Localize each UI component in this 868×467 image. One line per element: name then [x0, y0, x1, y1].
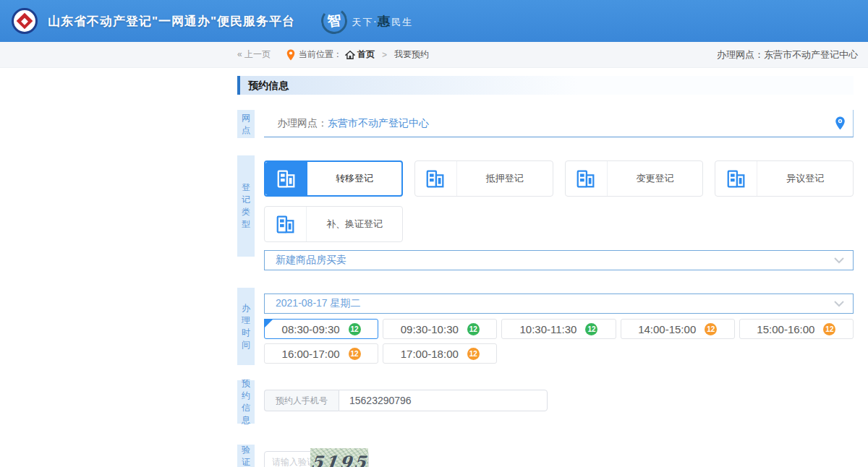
time-slot-label: 16:00-17:00	[282, 348, 340, 360]
registration-type-card[interactable]: 补、换证登记	[264, 206, 403, 242]
office-field-label: 办理网点：	[277, 117, 328, 130]
phone-field-label: 预约人手机号	[264, 390, 339, 411]
registration-type-label: 异议登记	[757, 161, 853, 196]
time-slot-button[interactable]: 09:30-10:30 12	[383, 319, 497, 339]
time-slot-label: 14:00-15:00	[638, 323, 696, 335]
date-select-value: 2021-08-17 星期二	[276, 297, 361, 310]
registration-type-card[interactable]: 变更登记	[565, 160, 704, 197]
time-group: 办理时间 2021-08-17 星期二 08:30-09:30 12 09:30…	[237, 286, 854, 365]
building-icon	[715, 161, 757, 196]
registration-type-label: 变更登记	[608, 161, 703, 196]
contact-group-label: 预约信息	[237, 380, 255, 424]
home-icon	[345, 50, 355, 60]
contact-group: 预约信息 预约人手机号	[237, 380, 854, 424]
office-field-value: 东营市不动产登记中心	[328, 117, 429, 130]
reg-type-grid: 转移登记 抵押登记 变更登记	[264, 160, 854, 242]
date-select[interactable]: 2021-08-17 星期二	[264, 294, 854, 314]
slot-count-badge: 12	[705, 323, 717, 335]
registration-type-label: 补、换证登记	[307, 207, 402, 241]
time-slot-label: 15:00-16:00	[757, 323, 814, 335]
registration-type-card[interactable]: 抵押登记	[414, 160, 553, 197]
platform-logo	[12, 8, 38, 34]
time-slot-button[interactable]: 14:00-15:00 12	[621, 319, 735, 339]
office-select-field[interactable]: 办理网点： 东营市不动产登记中心	[264, 110, 854, 137]
captcha-image[interactable]: 5195	[310, 448, 368, 467]
slogan-end: 民生	[391, 17, 413, 27]
slot-count-badge: 12	[467, 323, 480, 335]
site-group: 网点 办理网点： 东营市不动产登记中心	[237, 110, 854, 138]
page-title: 山东省不动产登记"一网通办"便民服务平台	[48, 13, 295, 30]
time-slot-label: 09:30-10:30	[401, 323, 459, 335]
slot-count-badge: 12	[467, 348, 480, 360]
captcha-code-text: 5195	[310, 452, 369, 467]
building-icon	[265, 162, 307, 195]
breadcrumb: « 上一页 当前位置： 首页 > 我要预约 办理网点：东营市不动产登记中心	[0, 42, 868, 68]
time-slot-label: 08:30-09:30	[282, 323, 340, 335]
section-title: 预约信息	[237, 76, 854, 95]
time-slot-button[interactable]: 08:30-09:30 12	[264, 319, 378, 339]
time-slot-grid: 08:30-09:30 12 09:30-10:30 12 10:30-11:3…	[264, 319, 854, 364]
slogan-mid: 天下·	[352, 17, 378, 27]
registration-type-label: 抵押登记	[457, 161, 553, 196]
time-group-label: 办理时间	[237, 288, 255, 365]
back-link[interactable]: « 上一页	[237, 48, 271, 61]
time-slot-label: 10:30-11:30	[520, 323, 577, 335]
site-group-label: 网点	[237, 110, 255, 138]
registration-type-card[interactable]: 转移登记	[264, 160, 403, 197]
registration-type-group: 登记类型 转移登记 抵押登记	[237, 155, 854, 270]
registration-type-group-label: 登记类型	[237, 155, 255, 257]
breadcrumb-separator: >	[382, 50, 387, 60]
registration-type-label: 转移登记	[307, 162, 401, 195]
slot-count-badge: 12	[585, 323, 597, 335]
slot-count-badge: 12	[823, 323, 835, 335]
building-icon	[265, 207, 307, 241]
building-icon	[566, 161, 608, 196]
time-slot-button[interactable]: 15:00-16:00 12	[739, 319, 854, 339]
slogan-logo: 智 天下·惠民生	[321, 8, 413, 34]
slogan-big: 惠	[378, 14, 391, 28]
appointment-form: 预约信息 网点 办理网点： 东营市不动产登记中心 登记类型	[0, 68, 868, 467]
captcha-group: 验证码 5195	[237, 445, 854, 467]
current-location-label: 当前位置：	[299, 48, 342, 61]
building-icon	[415, 161, 457, 196]
office-info-text: 办理网点：东营市不动产登记中心	[717, 48, 858, 61]
chevron-down-icon	[834, 257, 844, 264]
phone-input[interactable]	[339, 390, 548, 411]
slot-count-badge: 12	[349, 323, 361, 335]
phone-input-group: 预约人手机号	[264, 390, 548, 411]
slogan-first-char: 智	[320, 7, 349, 36]
map-pin-icon[interactable]	[835, 116, 846, 130]
time-slot-button[interactable]: 10:30-11:30 12	[501, 319, 616, 339]
slot-count-badge: 12	[349, 348, 361, 360]
reg-subtype-value: 新建商品房买卖	[276, 254, 346, 267]
location-pin-icon	[286, 49, 295, 61]
app-header: 山东省不动产登记"一网通办"便民服务平台 智 天下·惠民生	[0, 0, 868, 42]
chevron-down-icon	[834, 301, 844, 307]
time-slot-button[interactable]: 17:00-18:00 12	[383, 343, 497, 364]
registration-type-card[interactable]: 异议登记	[715, 160, 854, 197]
time-slot-button[interactable]: 16:00-17:00 12	[264, 343, 378, 364]
reg-subtype-select[interactable]: 新建商品房买卖	[264, 250, 854, 270]
breadcrumb-current-page: 我要预约	[394, 48, 429, 61]
captcha-group-label: 验证码	[237, 445, 255, 467]
breadcrumb-home-link[interactable]: 首页	[357, 48, 375, 61]
time-slot-label: 17:00-18:00	[401, 348, 459, 360]
